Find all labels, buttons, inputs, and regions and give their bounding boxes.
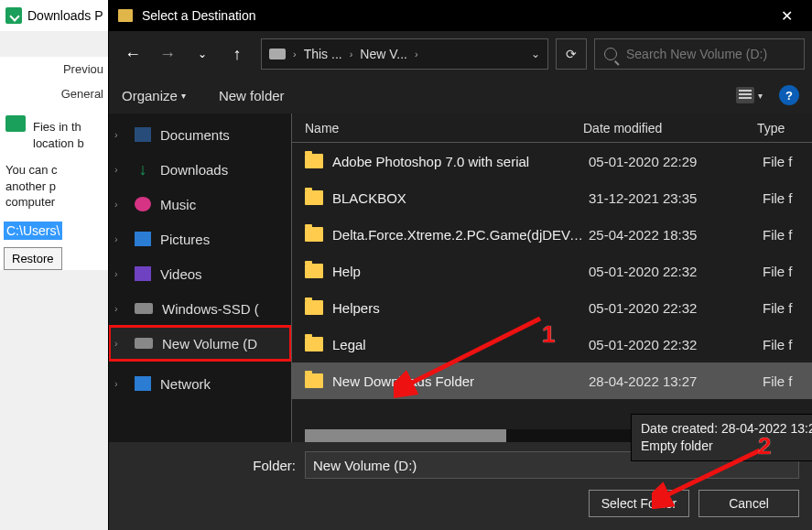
sidebar-item-videos[interactable]: ›Videos (109, 256, 291, 291)
drv-icon (135, 338, 153, 349)
sidebar: ›Documents›↓Downloads›Music›Pictures›Vid… (109, 114, 292, 442)
row-name: Legal (332, 337, 589, 352)
downloads-icon (5, 7, 22, 24)
select-folder-button[interactable]: Select Folder (589, 490, 689, 517)
sidebar-item-label: Windows-SSD ( (162, 301, 286, 317)
row-name: BLACKBOX (332, 190, 589, 206)
new-folder-button[interactable]: New folder (219, 88, 285, 103)
search-icon (604, 48, 617, 60)
pic-icon (135, 232, 151, 246)
row-type: File f (763, 264, 812, 279)
path-input[interactable]: C:\Users\ (4, 222, 62, 240)
help-icon[interactable]: ? (779, 85, 799, 105)
chevron-right-icon: › (415, 49, 418, 59)
folder-icon (305, 154, 323, 168)
table-row[interactable]: Legal05-01-2020 22:32File f (292, 326, 812, 362)
chevron-right-icon[interactable]: › (114, 164, 125, 175)
dialog-title: Select a Destination (142, 8, 757, 23)
table-row[interactable]: New Downloads Folder28-04-2022 13:27File… (292, 362, 812, 399)
chevron-right-icon[interactable]: › (114, 303, 125, 314)
path-dropdown-icon[interactable]: ⌄ (531, 48, 540, 60)
cancel-button[interactable]: Cancel (698, 490, 799, 517)
col-name[interactable]: Name (305, 121, 583, 135)
row-date: 31-12-2021 23:35 (589, 190, 763, 206)
chevron-right-icon[interactable]: › (114, 378, 125, 389)
sidebar-item-label: New Volume (D (162, 336, 286, 352)
row-type: File f (763, 337, 812, 352)
row-name: Delta.Force.Xtreme.2.PC.Game(djDEVAST... (332, 227, 589, 243)
table-row[interactable]: BLACKBOX31-12-2021 23:35File f (292, 179, 812, 216)
breadcrumb[interactable]: › This ... › New V... › ⌄ (261, 38, 548, 70)
sidebar-item-windows-ssd-[interactable]: ›Windows-SSD ( (109, 291, 291, 326)
background-window: Downloads P Previou General Fies in th l… (0, 0, 110, 530)
drive-icon (269, 49, 286, 59)
row-type: File f (763, 373, 812, 389)
select-destination-dialog: Select a Destination ✕ ← → ⌄ ↑ › This ..… (108, 0, 812, 530)
table-row[interactable]: Delta.Force.Xtreme.2.PC.Game(djDEVAST...… (292, 216, 812, 253)
row-name: New Downloads Folder (332, 373, 589, 389)
search-input[interactable]: Search New Volume (D:) (594, 38, 805, 70)
row-date: 28-04-2022 13:27 (589, 373, 763, 389)
table-row[interactable]: Help05-01-2020 22:32File f (292, 253, 812, 289)
sidebar-item-new-volume-d[interactable]: ›New Volume (D (109, 326, 291, 361)
tooltip: Date created: 28-04-2022 13:27 Empty fol… (631, 414, 812, 461)
row-type: File f (763, 190, 812, 206)
row-date: 05-01-2020 22:32 (589, 337, 763, 352)
chevron-right-icon[interactable]: › (114, 268, 125, 279)
folder-icon (118, 9, 133, 22)
tab-general[interactable]: General (0, 81, 109, 106)
folder-icon (305, 227, 323, 242)
dl-icon: ↓ (135, 162, 151, 177)
chevron-right-icon: › (293, 49, 297, 59)
file-list: Name Date modified Type Adobe Photoshop … (292, 114, 812, 442)
vid-icon (135, 266, 151, 281)
organize-menu[interactable]: Organize▾ (122, 88, 186, 103)
chevron-right-icon[interactable]: › (114, 199, 125, 210)
doc-icon (135, 127, 151, 142)
folder-download-icon (5, 115, 26, 132)
folder-icon (305, 190, 323, 205)
folder-icon (305, 300, 323, 315)
folder-icon (305, 264, 323, 278)
sidebar-item-music[interactable]: ›Music (109, 187, 291, 222)
col-type[interactable]: Type (757, 121, 812, 135)
tab-previous[interactable]: Previou (0, 57, 109, 81)
sidebar-item-label: Pictures (160, 232, 286, 247)
sidebar-item-documents[interactable]: ›Documents (109, 117, 291, 152)
nav-back[interactable]: ← (124, 45, 142, 63)
column-headers[interactable]: Name Date modified Type (292, 114, 812, 143)
row-name: Help (332, 264, 589, 279)
chevron-right-icon[interactable]: › (114, 338, 125, 349)
view-options[interactable]: ▾ (736, 87, 763, 103)
row-type: File f (763, 227, 812, 243)
folder-icon (305, 337, 323, 352)
table-row[interactable]: Adobe Photoshop 7.0 with serial05-01-202… (292, 143, 812, 179)
close-button[interactable]: ✕ (766, 2, 807, 29)
restore-button[interactable]: Restore (4, 247, 62, 270)
chevron-right-icon: › (350, 49, 353, 59)
col-date[interactable]: Date modified (583, 121, 757, 135)
sidebar-item-label: Downloads (160, 162, 286, 178)
sidebar-item-network[interactable]: ›Network (109, 366, 291, 401)
row-date: 05-01-2020 22:32 (589, 300, 763, 316)
nav-forward[interactable]: → (158, 45, 177, 63)
refresh-button[interactable]: ⟳ (556, 38, 587, 70)
row-type: File f (763, 154, 812, 169)
sidebar-item-downloads[interactable]: ›↓Downloads (109, 152, 291, 187)
mus-icon (135, 197, 151, 211)
row-type: File f (763, 300, 812, 316)
sidebar-item-label: Music (160, 197, 286, 212)
titlebar: Select a Destination ✕ (109, 0, 812, 31)
chevron-right-icon[interactable]: › (114, 129, 125, 140)
chevron-right-icon[interactable]: › (114, 233, 125, 244)
nav-history-dropdown[interactable]: ⌄ (193, 45, 211, 63)
sidebar-item-pictures[interactable]: ›Pictures (109, 222, 291, 256)
net-icon (135, 376, 151, 391)
nav-up[interactable]: ↑ (228, 45, 246, 63)
folder-icon (305, 373, 323, 388)
sidebar-item-label: Videos (160, 266, 286, 282)
table-row[interactable]: Helpers05-01-2020 22:32File f (292, 289, 812, 326)
row-date: 05-01-2020 22:32 (589, 264, 763, 279)
row-name: Adobe Photoshop 7.0 with serial (332, 154, 589, 169)
bg-title: Downloads P (27, 8, 103, 23)
